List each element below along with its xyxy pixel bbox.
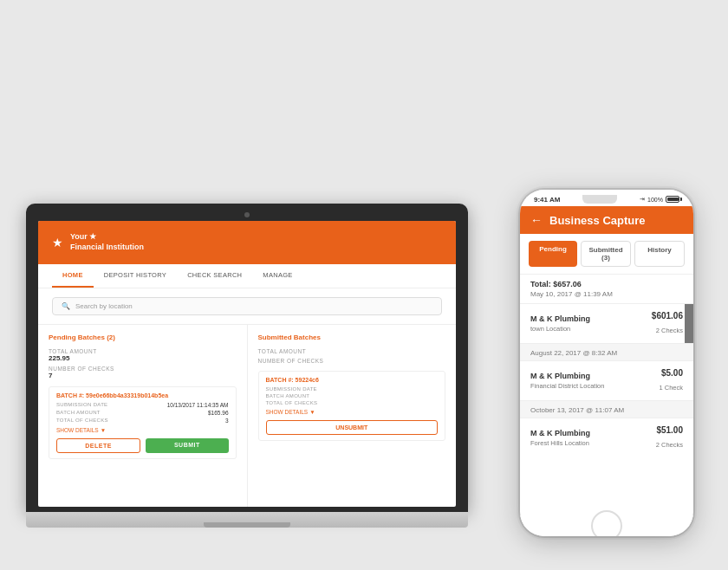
laptop-camera bbox=[244, 212, 250, 217]
phone-status-bar: 9:41 AM ⇥ 100% bbox=[520, 190, 693, 206]
submitted-total-checks-row: TOTAL OF CHECKS bbox=[266, 400, 439, 405]
nav-check-search[interactable]: CHECK SEARCH bbox=[177, 264, 252, 288]
delete-button[interactable]: DELETE bbox=[56, 438, 140, 453]
pending-submission-date-row: SUBMISSION DATE 10/13/2017 11:14:35 AM bbox=[56, 402, 229, 408]
phone-item-2-left: M & K Plumbing Financial District Locati… bbox=[530, 372, 604, 390]
scene: ★ Your ★ Financial Institution HOME DEPO… bbox=[9, 16, 719, 554]
phone-date1: May 10, 2017 @ 11:39 AM bbox=[520, 290, 693, 303]
phone-item-1-right: $601.06 2 Checks bbox=[652, 311, 683, 336]
phone-item-1-left: M & K Plumbing town Location bbox=[530, 314, 590, 333]
nav-deposit-history[interactable]: DEPOSIT HISTORY bbox=[94, 264, 177, 288]
submitted-chevron-icon: ▼ bbox=[309, 409, 315, 415]
submitted-title: Submitted Batches bbox=[258, 334, 446, 341]
pending-title: Pending Batches (2) bbox=[49, 334, 237, 341]
phone-app-header: ← Business Capture bbox=[520, 206, 693, 234]
submitted-column: Submitted Batches TOTAL AMOUNT NUMBER OF… bbox=[248, 325, 457, 507]
pending-total-checks-value: 3 bbox=[225, 418, 229, 424]
submitted-submission-label: SUBMISSION DATE bbox=[266, 386, 317, 392]
pending-batch-id: BATCH #: 59e0e66bb4a33319b014b5ea bbox=[56, 392, 229, 398]
submitted-show-details[interactable]: SHOW DETAILS ▼ bbox=[266, 409, 439, 415]
pending-checks-value: 7 bbox=[49, 372, 237, 379]
phone-item-3-name: M & K Plumbing bbox=[530, 429, 590, 437]
phone-unsubmit-button[interactable]: UNSUBMIT bbox=[685, 304, 693, 343]
pending-total-checks-row: TOTAL OF CHECKS 3 bbox=[56, 418, 229, 424]
phone-home-area bbox=[520, 515, 693, 536]
laptop-device: ★ Your ★ Financial Institution HOME DEPO… bbox=[26, 204, 468, 528]
pending-show-details-text: SHOW DETAILS bbox=[56, 427, 99, 433]
phone-item-2-amount: $5.00 bbox=[659, 368, 683, 378]
phone-item-1-checks: 2 Checks bbox=[656, 327, 683, 334]
bluetooth-icon: ⇥ bbox=[640, 196, 645, 203]
nav-manage[interactable]: MANAGE bbox=[252, 264, 302, 288]
phone-app-title: Business Capture bbox=[549, 214, 646, 227]
submitted-show-details-text: SHOW DETAILS bbox=[266, 409, 309, 415]
phone-home-button[interactable] bbox=[591, 510, 622, 536]
submitted-checks-row: NUMBER OF CHECKS bbox=[258, 358, 446, 364]
pending-total-label: TOTAL AMOUNT bbox=[49, 348, 237, 354]
phone-notch bbox=[582, 195, 617, 204]
pending-batch-buttons: DELETE SUBMIT bbox=[56, 438, 229, 453]
search-icon: 🔍 bbox=[62, 302, 70, 310]
phone-item-1-location: town Location bbox=[530, 325, 590, 333]
pending-total-amount-row: TOTAL AMOUNT 225.95 bbox=[49, 348, 237, 362]
tab-history[interactable]: History bbox=[634, 241, 685, 267]
submitted-checks-label: NUMBER OF CHECKS bbox=[258, 358, 446, 364]
submitted-batch-id: BATCH #: 59224c6 bbox=[266, 377, 439, 383]
submitted-total-amount-row: TOTAL AMOUNT bbox=[258, 348, 446, 354]
phone-item-3-right: $51.00 2 Checks bbox=[656, 425, 683, 450]
unsubmit-button[interactable]: UNSUBMIT bbox=[266, 420, 439, 435]
pending-column: Pending Batches (2) TOTAL AMOUNT 225.95 … bbox=[38, 325, 248, 507]
pending-total-checks-label: TOTAL OF CHECKS bbox=[56, 418, 108, 424]
laptop-search-box[interactable]: 🔍 Search by location bbox=[52, 297, 442, 315]
laptop-screen: ★ Your ★ Financial Institution HOME DEPO… bbox=[38, 221, 456, 507]
phone-item-2[interactable]: M & K Plumbing Financial District Locati… bbox=[520, 360, 693, 400]
submitted-batch-buttons: UNSUBMIT bbox=[266, 420, 439, 435]
laptop-header: ★ Your ★ Financial Institution bbox=[38, 221, 456, 264]
submitted-submission-date-row: SUBMISSION DATE bbox=[266, 386, 439, 392]
pending-batch-card: BATCH #: 59e0e66bb4a33319b014b5ea SUBMIS… bbox=[49, 386, 237, 459]
pending-batch-amount-value: $165.96 bbox=[208, 410, 229, 416]
phone-item-3[interactable]: M & K Plumbing Forest Hills Location $51… bbox=[520, 418, 693, 457]
logo-line1: Your ★ bbox=[70, 232, 144, 243]
pending-batch-amount-label: BATCH AMOUNT bbox=[56, 410, 101, 416]
submitted-batch-card: BATCH #: 59224c6 SUBMISSION DATE BATCH A… bbox=[258, 371, 446, 441]
nav-home[interactable]: HOME bbox=[52, 264, 94, 288]
pending-chevron-icon: ▼ bbox=[101, 427, 106, 433]
pending-checks-label: NUMBER OF CHECKS bbox=[49, 366, 237, 372]
search-placeholder: Search by location bbox=[75, 302, 133, 310]
phone-date2: August 22, 2017 @ 8:32 AM bbox=[520, 343, 693, 360]
laptop-search-area: 🔍 Search by location bbox=[38, 288, 456, 325]
back-arrow-icon[interactable]: ← bbox=[530, 213, 543, 227]
laptop-content: Pending Batches (2) TOTAL AMOUNT 225.95 … bbox=[38, 325, 456, 507]
submitted-total-checks-label: TOTAL OF CHECKS bbox=[266, 400, 318, 405]
phone-item-2-name: M & K Plumbing bbox=[530, 372, 604, 380]
submitted-batch-amount-label: BATCH AMOUNT bbox=[266, 393, 310, 398]
laptop-base bbox=[26, 512, 468, 528]
pending-total-value: 225.95 bbox=[49, 354, 237, 362]
phone-total: Total: $657.06 bbox=[520, 275, 693, 290]
phone-date3: October 13, 2017 @ 11:07 AM bbox=[520, 400, 693, 418]
laptop-logo-text: Your ★ Financial Institution bbox=[70, 232, 144, 252]
phone-item-3-checks: 2 Checks bbox=[656, 441, 683, 449]
submitted-batch-amount-row: BATCH AMOUNT bbox=[266, 393, 439, 398]
battery-fill bbox=[667, 198, 679, 201]
pending-show-details[interactable]: SHOW DETAILS ▼ bbox=[56, 427, 229, 433]
submitted-total-label: TOTAL AMOUNT bbox=[258, 348, 446, 354]
phone-time: 9:41 AM bbox=[534, 196, 560, 204]
pending-submission-value: 10/13/2017 11:14:35 AM bbox=[167, 402, 229, 408]
phone-device: 9:41 AM ⇥ 100% ← Business Capture Pendin… bbox=[520, 190, 693, 536]
phone-item-2-right: $5.00 1 Check bbox=[659, 368, 683, 393]
battery-icon bbox=[666, 196, 679, 203]
pending-submission-label: SUBMISSION DATE bbox=[56, 402, 107, 408]
phone-item-2-location: Financial District Location bbox=[530, 382, 604, 390]
tab-pending[interactable]: Pending bbox=[529, 241, 577, 267]
phone-item-1[interactable]: M & K Plumbing town Location $601.06 2 C… bbox=[520, 303, 693, 343]
laptop-screen-outer: ★ Your ★ Financial Institution HOME DEPO… bbox=[26, 204, 468, 512]
tab-submitted[interactable]: Submitted (3) bbox=[581, 241, 631, 267]
phone-item-3-left: M & K Plumbing Forest Hills Location bbox=[530, 429, 590, 447]
phone-item-3-location: Forest Hills Location bbox=[530, 439, 590, 447]
phone-tabs: Pending Submitted (3) History bbox=[520, 234, 693, 275]
submit-button[interactable]: SUBMIT bbox=[146, 438, 228, 453]
phone-item-1-name: M & K Plumbing bbox=[530, 314, 590, 323]
battery-text: 100% bbox=[647, 197, 663, 203]
